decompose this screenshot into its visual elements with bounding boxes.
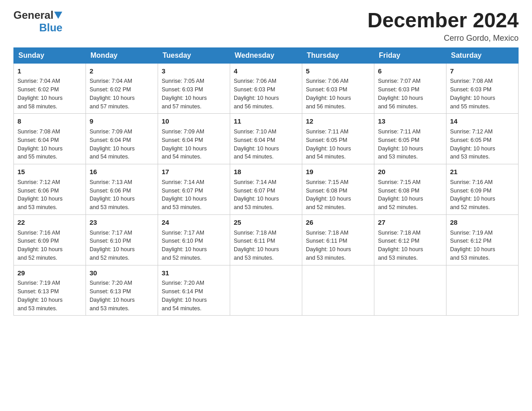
calendar-cell xyxy=(230,265,302,316)
day-number: 14 xyxy=(450,116,515,126)
day-number: 18 xyxy=(234,167,298,177)
calendar-cell: 10Sunrise: 7:09 AMSunset: 6:04 PMDayligh… xyxy=(158,114,230,164)
month-title: December 2024 xyxy=(367,9,519,32)
day-info: Sunrise: 7:18 AMSunset: 6:11 PMDaylight:… xyxy=(234,229,298,262)
day-number: 3 xyxy=(162,66,226,76)
day-number: 26 xyxy=(306,218,370,227)
logo: General Blue xyxy=(13,9,62,34)
day-info: Sunrise: 7:11 AMSunset: 6:05 PMDaylight:… xyxy=(306,128,370,161)
day-info: Sunrise: 7:14 AMSunset: 6:07 PMDaylight:… xyxy=(162,178,226,212)
day-info: Sunrise: 7:17 AMSunset: 6:10 PMDaylight:… xyxy=(162,229,226,262)
day-info: Sunrise: 7:19 AMSunset: 6:13 PMDaylight:… xyxy=(17,279,82,313)
calendar-cell: 13Sunrise: 7:11 AMSunset: 6:05 PMDayligh… xyxy=(374,114,446,164)
calendar-week-3: 15Sunrise: 7:12 AMSunset: 6:06 PMDayligh… xyxy=(14,164,519,215)
calendar-cell: 28Sunrise: 7:19 AMSunset: 6:12 PMDayligh… xyxy=(446,214,519,265)
calendar-cell: 7Sunrise: 7:08 AMSunset: 6:03 PMDaylight… xyxy=(446,63,519,114)
day-info: Sunrise: 7:06 AMSunset: 6:03 PMDaylight:… xyxy=(306,77,370,111)
calendar-week-5: 29Sunrise: 7:19 AMSunset: 6:13 PMDayligh… xyxy=(14,265,519,316)
day-info: Sunrise: 7:09 AMSunset: 6:04 PMDaylight:… xyxy=(162,128,226,161)
logo-triangle-icon xyxy=(54,12,62,19)
calendar-cell: 9Sunrise: 7:09 AMSunset: 6:04 PMDaylight… xyxy=(86,114,158,164)
logo-blue-text: Blue xyxy=(39,21,62,34)
calendar-header-monday: Monday xyxy=(86,47,158,63)
day-number: 25 xyxy=(234,218,298,227)
day-number: 10 xyxy=(162,116,226,126)
day-info: Sunrise: 7:16 AMSunset: 6:09 PMDaylight:… xyxy=(450,178,515,212)
calendar-week-4: 22Sunrise: 7:16 AMSunset: 6:09 PMDayligh… xyxy=(14,214,519,265)
calendar-cell: 26Sunrise: 7:18 AMSunset: 6:11 PMDayligh… xyxy=(302,214,374,265)
logo-line1: General xyxy=(13,9,62,21)
calendar-cell: 11Sunrise: 7:10 AMSunset: 6:04 PMDayligh… xyxy=(230,114,302,164)
day-info: Sunrise: 7:19 AMSunset: 6:12 PMDaylight:… xyxy=(450,229,515,262)
day-info: Sunrise: 7:18 AMSunset: 6:11 PMDaylight:… xyxy=(306,229,370,262)
calendar-cell: 21Sunrise: 7:16 AMSunset: 6:09 PMDayligh… xyxy=(446,164,519,215)
day-info: Sunrise: 7:17 AMSunset: 6:10 PMDaylight:… xyxy=(90,229,154,262)
calendar-cell: 24Sunrise: 7:17 AMSunset: 6:10 PMDayligh… xyxy=(158,214,230,265)
calendar-cell: 2Sunrise: 7:04 AMSunset: 6:02 PMDaylight… xyxy=(86,63,158,114)
calendar-header-row: SundayMondayTuesdayWednesdayThursdayFrid… xyxy=(14,47,519,63)
day-info: Sunrise: 7:06 AMSunset: 6:03 PMDaylight:… xyxy=(234,77,298,111)
day-info: Sunrise: 7:20 AMSunset: 6:14 PMDaylight:… xyxy=(162,279,226,313)
day-number: 12 xyxy=(306,116,370,126)
calendar-cell: 6Sunrise: 7:07 AMSunset: 6:03 PMDaylight… xyxy=(374,63,446,114)
day-number: 28 xyxy=(450,218,515,227)
calendar-cell: 12Sunrise: 7:11 AMSunset: 6:05 PMDayligh… xyxy=(302,114,374,164)
day-info: Sunrise: 7:14 AMSunset: 6:07 PMDaylight:… xyxy=(234,178,298,212)
day-info: Sunrise: 7:05 AMSunset: 6:03 PMDaylight:… xyxy=(162,77,226,111)
day-number: 24 xyxy=(162,218,226,227)
calendar-cell: 15Sunrise: 7:12 AMSunset: 6:06 PMDayligh… xyxy=(14,164,86,215)
calendar-header-saturday: Saturday xyxy=(446,47,519,63)
calendar-cell: 1Sunrise: 7:04 AMSunset: 6:02 PMDaylight… xyxy=(14,63,86,114)
day-number: 16 xyxy=(90,167,154,177)
calendar-cell: 31Sunrise: 7:20 AMSunset: 6:14 PMDayligh… xyxy=(158,265,230,316)
day-number: 11 xyxy=(234,116,298,126)
calendar-cell: 27Sunrise: 7:18 AMSunset: 6:12 PMDayligh… xyxy=(374,214,446,265)
calendar-cell: 17Sunrise: 7:14 AMSunset: 6:07 PMDayligh… xyxy=(158,164,230,215)
calendar-cell: 29Sunrise: 7:19 AMSunset: 6:13 PMDayligh… xyxy=(14,265,86,316)
calendar-cell xyxy=(374,265,446,316)
calendar-week-2: 8Sunrise: 7:08 AMSunset: 6:04 PMDaylight… xyxy=(14,114,519,164)
calendar-header-thursday: Thursday xyxy=(302,47,374,63)
day-info: Sunrise: 7:20 AMSunset: 6:13 PMDaylight:… xyxy=(90,279,154,313)
location: Cerro Gordo, Mexico xyxy=(367,34,519,43)
day-info: Sunrise: 7:12 AMSunset: 6:05 PMDaylight:… xyxy=(450,128,515,161)
day-info: Sunrise: 7:11 AMSunset: 6:05 PMDaylight:… xyxy=(378,128,442,161)
day-info: Sunrise: 7:15 AMSunset: 6:08 PMDaylight:… xyxy=(306,178,370,212)
calendar-cell: 19Sunrise: 7:15 AMSunset: 6:08 PMDayligh… xyxy=(302,164,374,215)
calendar-cell: 30Sunrise: 7:20 AMSunset: 6:13 PMDayligh… xyxy=(86,265,158,316)
day-number: 7 xyxy=(450,66,515,76)
page-header: General Blue December 2024 Cerro Gordo, … xyxy=(13,9,519,43)
day-info: Sunrise: 7:08 AMSunset: 6:04 PMDaylight:… xyxy=(17,128,82,161)
day-info: Sunrise: 7:15 AMSunset: 6:08 PMDaylight:… xyxy=(378,178,442,212)
day-number: 9 xyxy=(90,116,154,126)
calendar-cell xyxy=(446,265,519,316)
calendar-week-1: 1Sunrise: 7:04 AMSunset: 6:02 PMDaylight… xyxy=(14,63,519,114)
day-number: 6 xyxy=(378,66,442,76)
calendar-cell: 20Sunrise: 7:15 AMSunset: 6:08 PMDayligh… xyxy=(374,164,446,215)
day-info: Sunrise: 7:13 AMSunset: 6:06 PMDaylight:… xyxy=(90,178,154,212)
day-info: Sunrise: 7:12 AMSunset: 6:06 PMDaylight:… xyxy=(17,178,82,212)
calendar-cell xyxy=(302,265,374,316)
day-number: 4 xyxy=(234,66,298,76)
calendar-header-tuesday: Tuesday xyxy=(158,47,230,63)
calendar-cell: 25Sunrise: 7:18 AMSunset: 6:11 PMDayligh… xyxy=(230,214,302,265)
day-info: Sunrise: 7:18 AMSunset: 6:12 PMDaylight:… xyxy=(378,229,442,262)
day-number: 5 xyxy=(306,66,370,76)
logo-line2: Blue xyxy=(13,21,62,34)
title-block: December 2024 Cerro Gordo, Mexico xyxy=(367,9,519,43)
calendar-table: SundayMondayTuesdayWednesdayThursdayFrid… xyxy=(13,47,519,316)
day-number: 8 xyxy=(17,116,82,126)
calendar-cell: 5Sunrise: 7:06 AMSunset: 6:03 PMDaylight… xyxy=(302,63,374,114)
calendar-header-friday: Friday xyxy=(374,47,446,63)
calendar-header-sunday: Sunday xyxy=(14,47,86,63)
day-number: 19 xyxy=(306,167,370,177)
day-info: Sunrise: 7:04 AMSunset: 6:02 PMDaylight:… xyxy=(90,77,154,111)
day-number: 17 xyxy=(162,167,226,177)
calendar-cell: 3Sunrise: 7:05 AMSunset: 6:03 PMDaylight… xyxy=(158,63,230,114)
day-number: 1 xyxy=(17,66,82,76)
day-number: 22 xyxy=(17,218,82,227)
day-info: Sunrise: 7:10 AMSunset: 6:04 PMDaylight:… xyxy=(234,128,298,161)
calendar-cell: 23Sunrise: 7:17 AMSunset: 6:10 PMDayligh… xyxy=(86,214,158,265)
logo-general-text: General xyxy=(13,9,53,21)
day-number: 31 xyxy=(162,268,226,278)
